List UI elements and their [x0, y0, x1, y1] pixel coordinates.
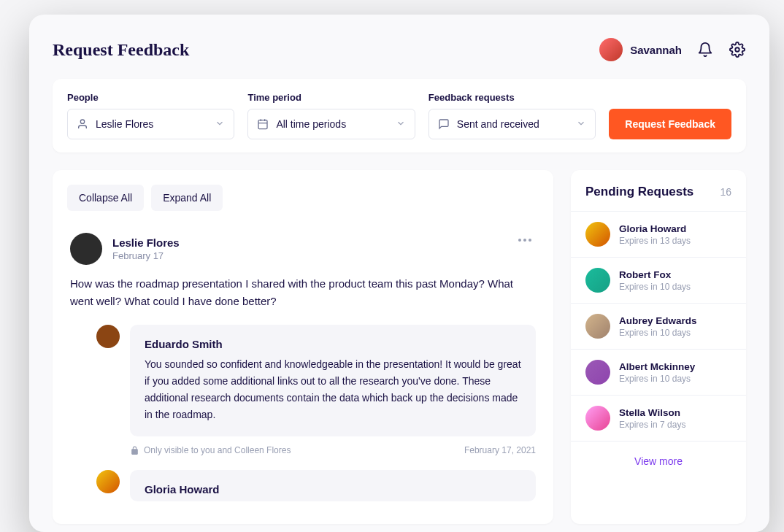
avatar	[70, 233, 102, 265]
select-value: All time periods	[276, 118, 346, 130]
bell-icon[interactable]	[696, 41, 714, 58]
pending-expires: Expires in 10 days	[619, 374, 695, 384]
pending-request-item[interactable]: Robert Fox Expires in 10 days	[571, 257, 746, 303]
chevron-down-icon	[215, 118, 225, 131]
pending-request-item[interactable]: Aubrey Edwards Expires in 10 days	[571, 303, 746, 349]
feed-actions: Collapse All Expand All	[67, 185, 539, 211]
view-more-row: View more	[571, 441, 746, 481]
pending-expires: Expires in 7 days	[619, 420, 685, 430]
feedback-post: Leslie Flores February 17 How was the ro…	[67, 225, 539, 516]
chevron-down-icon	[576, 118, 586, 131]
people-select[interactable]: Leslie Flores	[67, 109, 234, 139]
select-value: Leslie Flores	[96, 118, 153, 130]
filter-time-period: Time period All time periods	[247, 92, 415, 139]
content-row: Collapse All Expand All Leslie Flores Fe…	[53, 170, 746, 524]
reply-author: Gloria Howard	[145, 483, 521, 496]
feedback-reply: Eduardo Smith You sounded so confident a…	[96, 325, 536, 436]
pending-name: Stella Wilson	[619, 407, 685, 418]
person-icon	[77, 118, 88, 130]
reply-author: Eduardo Smith	[145, 338, 521, 350]
user-chip[interactable]: Savannah	[599, 38, 682, 61]
pending-request-item[interactable]: Stella Wilson Expires in 7 days	[571, 395, 746, 441]
pending-name: Gloria Howard	[619, 223, 691, 234]
avatar	[585, 268, 610, 293]
page-title: Request Feedback	[53, 40, 189, 60]
pending-header: Pending Requests 16	[571, 170, 746, 211]
chevron-down-icon	[396, 118, 406, 131]
reply-meta: Only visible to you and Colleen Flores F…	[130, 445, 536, 455]
top-header: Request Feedback Savannah	[53, 38, 746, 61]
avatar	[96, 470, 120, 493]
visibility-text: Only visible to you and Colleen Flores	[144, 445, 291, 455]
pending-name: Albert Mckinney	[619, 361, 695, 372]
reply-bubble: Gloria Howard	[130, 470, 536, 501]
filter-label: People	[67, 92, 234, 103]
pending-request-item[interactable]: Gloria Howard Expires in 13 days	[571, 211, 746, 257]
pending-count: 16	[720, 186, 731, 198]
svg-point-1	[80, 120, 84, 123]
post-date: February 17	[112, 250, 180, 261]
visibility-note: Only visible to you and Colleen Flores	[130, 445, 291, 455]
filter-feedback-requests: Feedback requests Sent and received	[428, 92, 596, 139]
feedback-reply: Gloria Howard	[96, 470, 536, 501]
pending-name: Aubrey Edwards	[619, 315, 697, 326]
pending-name: Robert Fox	[619, 269, 691, 280]
svg-rect-2	[258, 120, 267, 129]
pending-expires: Expires in 13 days	[619, 236, 691, 246]
post-author: Leslie Flores	[112, 236, 180, 249]
request-feedback-button[interactable]: Request Feedback	[609, 109, 731, 139]
pending-request-item[interactable]: Albert Mckinney Expires in 10 days	[571, 349, 746, 395]
pending-expires: Expires in 10 days	[619, 328, 697, 338]
time-period-select[interactable]: All time periods	[247, 109, 415, 139]
view-more-link[interactable]: View more	[634, 455, 683, 467]
reply-body: You sounded so confident and knowledgeab…	[145, 356, 521, 423]
avatar	[585, 314, 610, 339]
post-header: Leslie Flores February 17	[70, 233, 536, 265]
lock-icon	[130, 446, 139, 455]
header-right: Savannah	[599, 38, 746, 61]
calendar-icon	[257, 118, 269, 130]
avatar	[585, 360, 610, 385]
avatar	[96, 325, 120, 348]
filter-label: Time period	[247, 92, 415, 103]
pending-title: Pending Requests	[585, 185, 693, 199]
app-container: Request Feedback Savannah People Leslie …	[29, 15, 769, 532]
expand-all-button[interactable]: Expand All	[151, 185, 223, 211]
pending-expires: Expires in 10 days	[619, 282, 691, 292]
filter-label: Feedback requests	[428, 92, 596, 103]
collapse-all-button[interactable]: Collapse All	[67, 185, 144, 211]
user-name: Savannah	[630, 44, 682, 56]
select-value: Sent and received	[457, 118, 539, 130]
filter-people: People Leslie Flores	[67, 92, 234, 139]
svg-point-0	[735, 47, 739, 52]
reply-timestamp: February 17, 2021	[464, 445, 536, 455]
feedback-feed: Collapse All Expand All Leslie Flores Fe…	[53, 170, 553, 524]
pending-requests-panel: Pending Requests 16 Gloria Howard Expire…	[571, 170, 746, 524]
avatar	[585, 222, 610, 247]
feedback-requests-select[interactable]: Sent and received	[428, 109, 596, 139]
avatar	[585, 406, 610, 431]
post-menu-button[interactable]	[518, 239, 531, 242]
message-icon	[438, 118, 450, 130]
gear-icon[interactable]	[729, 41, 746, 58]
post-body: How was the roadmap presentation I share…	[70, 275, 536, 310]
avatar	[599, 38, 623, 61]
filters-card: People Leslie Flores Time period All tim…	[53, 79, 746, 153]
reply-bubble: Eduardo Smith You sounded so confident a…	[130, 325, 536, 436]
